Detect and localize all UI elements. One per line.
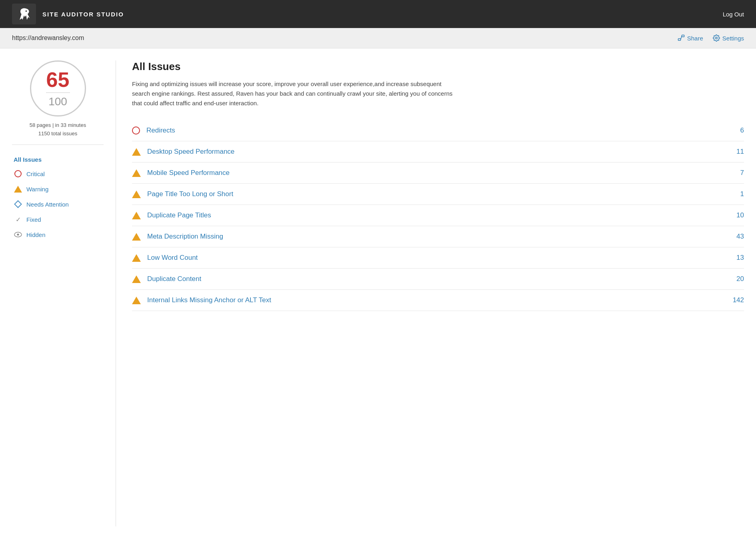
- critical-icon-redirects: [132, 126, 140, 134]
- issue-label-internal-links: Internal Links Missing Anchor or ALT Tex…: [147, 296, 271, 304]
- warning-triangle-icon: [14, 186, 22, 193]
- share-label: Share: [687, 35, 703, 42]
- issue-left-meta-description: Meta Description Missing: [132, 233, 223, 241]
- warning-icon-desktop-speed: [132, 148, 141, 156]
- critical-link[interactable]: Critical: [26, 171, 45, 177]
- issue-count-duplicate-titles: 10: [728, 211, 744, 219]
- main-layout: 65 100 58 pages | in 33 minutes 1150 tot…: [0, 48, 756, 538]
- needs-icon-nav: [14, 200, 22, 209]
- app-header: SITE AUDITOR STUDIO Log Out: [0, 0, 756, 28]
- warning-icon-mobile-speed: [132, 169, 141, 177]
- issue-item-duplicate-titles[interactable]: Duplicate Page Titles 10: [132, 205, 744, 226]
- svg-rect-1: [678, 39, 680, 41]
- url-bar: https://andrewansley.com Share Settings: [0, 28, 756, 48]
- issue-item-page-title-length[interactable]: Page Title Too Long or Short 1: [132, 184, 744, 205]
- issues-list: Redirects 6 Desktop Speed Performance 11…: [132, 120, 744, 311]
- issue-item-desktop-speed[interactable]: Desktop Speed Performance 11: [132, 141, 744, 163]
- sidebar-item-hidden[interactable]: Hidden: [12, 227, 104, 242]
- logo-box: [12, 4, 36, 24]
- issue-left-mobile-speed: Mobile Speed Performance: [132, 169, 230, 177]
- brand-title: SITE AUDITOR STUDIO: [42, 11, 124, 18]
- fixed-icon-nav: ✓: [14, 215, 22, 224]
- sidebar: 65 100 58 pages | in 33 minutes 1150 tot…: [12, 60, 116, 526]
- all-issues-link[interactable]: All Issues: [14, 156, 42, 163]
- logout-button[interactable]: Log Out: [723, 11, 744, 18]
- svg-point-6: [17, 234, 19, 236]
- sidebar-item-critical[interactable]: Critical: [12, 166, 104, 181]
- header-left: SITE AUDITOR STUDIO: [12, 4, 124, 24]
- issue-left-desktop-speed: Desktop Speed Performance: [132, 148, 234, 156]
- sidebar-item-all-issues[interactable]: All Issues: [12, 153, 104, 166]
- issue-label-meta-description: Meta Description Missing: [147, 233, 223, 241]
- sidebar-item-fixed[interactable]: ✓ Fixed: [12, 212, 104, 227]
- issue-count-redirects: 6: [728, 126, 744, 134]
- issue-count-meta-description: 43: [728, 233, 744, 241]
- issue-label-duplicate-content: Duplicate Content: [147, 275, 201, 283]
- issue-count-page-title: 1: [728, 190, 744, 198]
- critical-icon-nav: [14, 169, 22, 178]
- issue-count-low-word-count: 13: [728, 254, 744, 262]
- score-value: 65: [46, 69, 70, 90]
- warning-icon-meta-description: [132, 233, 141, 241]
- pages-info: 58 pages | in 33 minutes: [30, 122, 86, 128]
- svg-line-3: [680, 36, 682, 40]
- issue-left-low-word-count: Low Word Count: [132, 254, 198, 262]
- settings-label: Settings: [722, 35, 744, 42]
- issue-item-internal-links[interactable]: Internal Links Missing Anchor or ALT Tex…: [132, 290, 744, 311]
- warning-icon-duplicate-titles: [132, 212, 141, 219]
- fixed-link[interactable]: Fixed: [26, 216, 41, 223]
- issue-left-duplicate-titles: Duplicate Page Titles: [132, 211, 211, 219]
- svg-rect-2: [682, 35, 684, 37]
- issue-label-desktop-speed: Desktop Speed Performance: [147, 148, 234, 156]
- critical-circle-icon: [14, 170, 22, 177]
- issue-item-mobile-speed[interactable]: Mobile Speed Performance 7: [132, 163, 744, 184]
- warning-icon-low-word-count: [132, 254, 141, 262]
- hidden-icon-nav: [14, 230, 22, 239]
- warning-icon-page-title: [132, 191, 141, 198]
- share-button[interactable]: Share: [678, 34, 703, 42]
- fixed-check-icon: ✓: [16, 216, 21, 223]
- issue-left-duplicate-content: Duplicate Content: [132, 275, 201, 283]
- issues-info: 1150 total issues: [38, 130, 78, 137]
- score-total: 100: [48, 95, 67, 108]
- warning-icon-duplicate-content: [132, 275, 141, 283]
- needs-diamond-icon: [14, 200, 22, 208]
- issue-item-redirects[interactable]: Redirects 6: [132, 120, 744, 141]
- sidebar-item-warning[interactable]: Warning: [12, 181, 104, 197]
- score-container: 65 100 58 pages | in 33 minutes 1150 tot…: [12, 60, 104, 145]
- sidebar-item-needs-attention[interactable]: Needs Attention: [12, 197, 104, 212]
- warning-icon-internal-links: [132, 297, 141, 304]
- issue-item-low-word-count[interactable]: Low Word Count 13: [132, 247, 744, 269]
- content-description: Fixing and optimizing issues will increa…: [132, 79, 460, 108]
- svg-point-0: [26, 10, 27, 12]
- score-circle: 65 100: [30, 60, 86, 116]
- site-url: https://andrewansley.com: [12, 34, 84, 42]
- share-icon: [678, 34, 685, 42]
- warning-icon-nav: [14, 185, 22, 193]
- page-title: All Issues: [132, 60, 744, 73]
- issue-label-mobile-speed: Mobile Speed Performance: [147, 169, 230, 177]
- warning-link[interactable]: Warning: [26, 186, 48, 193]
- issue-left-redirects: Redirects: [132, 126, 175, 134]
- hidden-link[interactable]: Hidden: [26, 231, 46, 238]
- issue-label-redirects: Redirects: [146, 126, 175, 134]
- issue-label-duplicate-titles: Duplicate Page Titles: [147, 211, 211, 219]
- settings-icon: [713, 34, 720, 42]
- issue-count-duplicate-content: 20: [728, 275, 744, 283]
- score-divider: [46, 92, 70, 93]
- settings-button[interactable]: Settings: [713, 34, 744, 42]
- issue-item-meta-description[interactable]: Meta Description Missing 43: [132, 226, 744, 247]
- issue-count-desktop-speed: 11: [728, 148, 744, 156]
- needs-attention-link[interactable]: Needs Attention: [26, 201, 69, 208]
- content-area: All Issues Fixing and optimizing issues …: [116, 60, 744, 526]
- raven-logo-icon: [17, 7, 31, 21]
- issue-item-duplicate-content[interactable]: Duplicate Content 20: [132, 269, 744, 290]
- nav-list: All Issues Critical Warning Needs Attent…: [12, 153, 104, 242]
- issue-label-page-title: Page Title Too Long or Short: [147, 190, 233, 198]
- issue-count-mobile-speed: 7: [728, 169, 744, 177]
- hidden-eye-icon: [14, 232, 22, 237]
- issue-left-internal-links: Internal Links Missing Anchor or ALT Tex…: [132, 296, 271, 304]
- issue-label-low-word-count: Low Word Count: [147, 254, 198, 262]
- issue-left-page-title: Page Title Too Long or Short: [132, 190, 233, 198]
- issue-count-internal-links: 142: [728, 296, 744, 304]
